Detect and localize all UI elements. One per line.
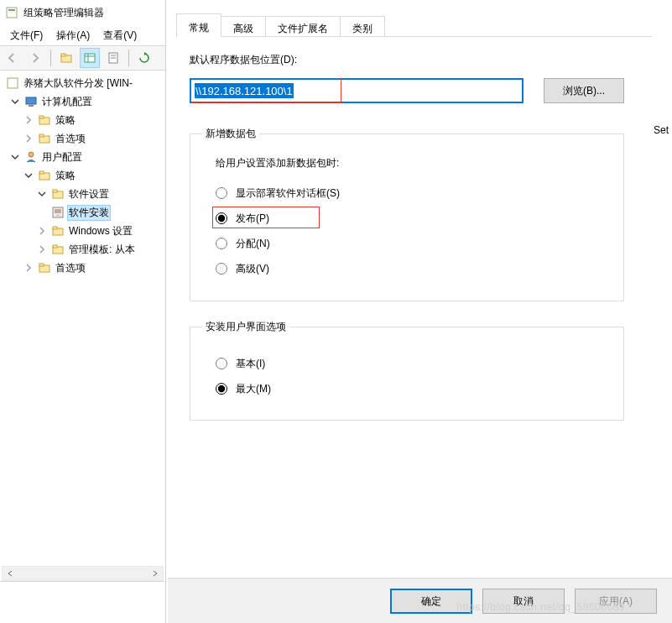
svg-rect-16: [39, 134, 44, 137]
folder-open-icon: [51, 187, 65, 201]
background-set-label: Set: [654, 124, 669, 136]
folder-icon: [38, 261, 51, 275]
radio-show-dialog-input[interactable]: [216, 187, 227, 199]
radio-show-dialog[interactable]: 显示部署软件对话框(S): [216, 181, 612, 206]
chevron-down-icon[interactable]: [22, 169, 35, 182]
horizontal-scrollbar[interactable]: [2, 566, 164, 581]
menu-view[interactable]: 查看(V): [96, 27, 143, 44]
back-button[interactable]: [2, 48, 22, 68]
chevron-right-icon[interactable]: [35, 243, 49, 256]
menu-action[interactable]: 操作(A): [49, 27, 96, 44]
separator-icon: [128, 50, 129, 66]
folder-icon: [38, 113, 51, 127]
toolbar: [0, 45, 165, 71]
svg-rect-21: [53, 190, 57, 192]
tab-strip: 常规 高级 文件扩展名 类别: [176, 13, 384, 37]
chevron-right-icon[interactable]: [22, 113, 35, 127]
window-title: 组策略管理编辑器: [23, 6, 104, 20]
folder-button[interactable]: [56, 48, 76, 68]
general-panel: 默认程序数据包位置(D): \\192.168.121.100\1 浏览(B).…: [176, 36, 652, 573]
radio-assign-input[interactable]: [216, 238, 227, 249]
tree-cc-prefs[interactable]: 首选项: [2, 129, 164, 148]
radio-advanced[interactable]: 高级(V): [216, 256, 612, 281]
chevron-right-icon[interactable]: [35, 224, 49, 238]
svg-rect-3: [61, 54, 65, 56]
radio-basic[interactable]: 基本(I): [216, 351, 612, 376]
chevron-down-icon[interactable]: [8, 95, 22, 108]
radio-max-input[interactable]: [216, 383, 227, 395]
package-path-label: 默认程序数据包位置(D):: [190, 53, 297, 67]
folder-icon: [51, 224, 65, 238]
install-ui-legend: 安装用户界面选项: [202, 320, 289, 334]
ok-button[interactable]: 确定: [390, 589, 472, 614]
folder-open-icon: [38, 169, 51, 182]
tree-view[interactable]: 养猪大队软件分发 [WIN- 计算机配置 策略 首选项 用户配置: [0, 71, 165, 563]
svg-rect-11: [26, 97, 36, 104]
tree-cc-policies[interactable]: 策略: [2, 111, 164, 129]
properties-dialog: Set 常规 高级 文件扩展名 类别 默认程序数据包位置(D): \\192.1…: [168, 0, 672, 623]
tree-software-settings[interactable]: 软件设置: [2, 185, 164, 203]
svg-point-17: [29, 152, 34, 157]
cancel-button[interactable]: 取消: [482, 589, 565, 614]
new-package-intro: 给用户设置添加新数据包时:: [216, 156, 612, 170]
apply-button[interactable]: 应用(A): [575, 589, 657, 614]
radio-max[interactable]: 最大(M): [216, 376, 612, 401]
folder-icon: [51, 243, 65, 256]
svg-rect-14: [39, 116, 44, 118]
tree-uc-policies[interactable]: 策略: [2, 166, 164, 185]
app-icon: [5, 6, 18, 19]
menu-bar: 文件(F) 操作(A) 查看(V): [0, 25, 165, 45]
package-path-input[interactable]: [190, 78, 524, 103]
chevron-right-icon[interactable]: [22, 261, 35, 275]
tab-file-extensions[interactable]: 文件扩展名: [265, 16, 341, 37]
tree-windows-settings[interactable]: Windows 设置: [2, 222, 164, 240]
svg-rect-1: [8, 9, 15, 11]
svg-rect-10: [8, 78, 18, 88]
radio-publish[interactable]: 发布(P): [216, 206, 612, 231]
details-view-button[interactable]: [80, 48, 100, 68]
svg-point-24: [56, 214, 60, 217]
user-icon: [24, 150, 38, 164]
tree-software-install[interactable]: 软件安装: [2, 203, 164, 222]
window-titlebar: 组策略管理编辑器: [0, 0, 165, 25]
browse-button[interactable]: 浏览(B)...: [544, 78, 624, 103]
svg-rect-28: [53, 245, 57, 248]
radio-publish-input[interactable]: [216, 212, 227, 224]
tab-advanced[interactable]: 高级: [221, 16, 266, 37]
tab-categories[interactable]: 类别: [340, 16, 385, 37]
svg-rect-30: [39, 264, 44, 266]
folder-icon: [38, 132, 51, 145]
tree-admin-templates[interactable]: 管理模板: 从本: [2, 240, 164, 259]
chevron-down-icon[interactable]: [8, 150, 22, 164]
radio-basic-input[interactable]: [216, 358, 227, 369]
scroll-left-button[interactable]: [3, 567, 18, 580]
computer-icon: [24, 95, 38, 108]
tree-uc-prefs[interactable]: 首选项: [2, 259, 164, 277]
properties-button[interactable]: [103, 48, 123, 68]
group-policy-editor-window: 组策略管理编辑器 文件(F) 操作(A) 查看(V): [0, 0, 166, 623]
new-package-legend: 新增数据包: [202, 127, 259, 141]
scroll-right-button[interactable]: [148, 567, 163, 580]
forward-button[interactable]: [25, 48, 45, 68]
menu-file[interactable]: 文件(F): [3, 27, 49, 44]
separator-icon: [50, 50, 51, 66]
policy-icon: [6, 76, 19, 90]
svg-rect-0: [7, 8, 17, 18]
refresh-button[interactable]: [134, 48, 154, 68]
tree-computer-config[interactable]: 计算机配置: [2, 92, 164, 111]
installer-icon: [51, 206, 65, 219]
tree-root[interactable]: 养猪大队软件分发 [WIN-: [2, 74, 164, 92]
dialog-button-bar: 确定 取消 应用(A): [168, 578, 672, 623]
svg-rect-26: [53, 227, 57, 229]
tab-general[interactable]: 常规: [176, 13, 221, 37]
chevron-down-icon[interactable]: [35, 187, 49, 201]
tree-user-config[interactable]: 用户配置: [2, 148, 164, 166]
svg-rect-12: [29, 105, 34, 107]
new-package-group: 新增数据包 给用户设置添加新数据包时: 显示部署软件对话框(S) 发布(P) 分…: [190, 127, 624, 301]
svg-rect-23: [55, 209, 61, 213]
chevron-right-icon[interactable]: [22, 132, 35, 145]
tab-border: [176, 36, 652, 37]
install-ui-group: 安装用户界面选项 基本(I) 最大(M): [190, 320, 624, 421]
radio-assign[interactable]: 分配(N): [216, 231, 612, 256]
radio-advanced-input[interactable]: [216, 263, 227, 275]
